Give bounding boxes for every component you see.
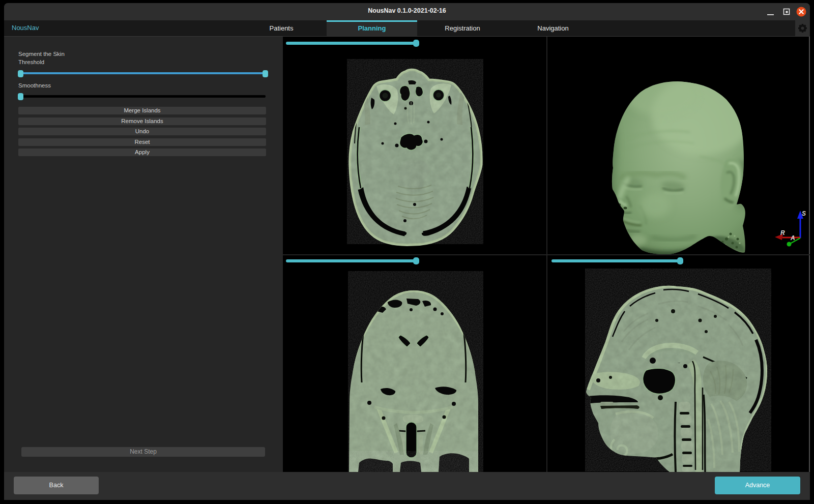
svg-text:A: A [790,234,795,242]
svg-text:S: S [802,210,806,217]
svg-text:R: R [780,229,785,236]
